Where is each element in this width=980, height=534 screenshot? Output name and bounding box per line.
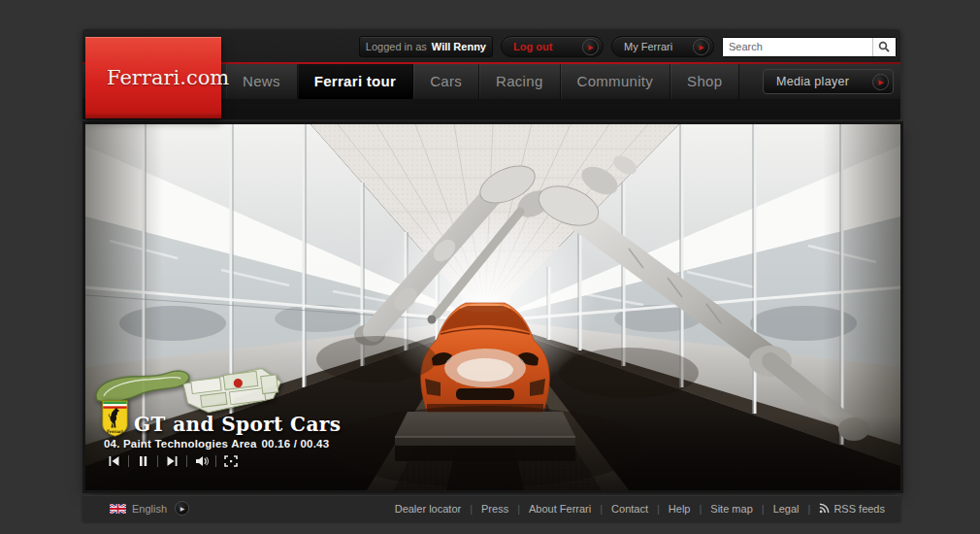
rss-icon	[819, 503, 830, 514]
search-icon	[878, 41, 891, 53]
search-button[interactable]	[872, 38, 896, 56]
fullscreen-icon	[224, 455, 238, 467]
control-separator	[186, 455, 187, 467]
my-ferrari-arrow-icon[interactable]: ▶	[693, 39, 709, 55]
nav-item-news[interactable]: News	[226, 64, 298, 99]
footer-link-help[interactable]: Help	[669, 503, 691, 515]
footer-link-separator: |	[762, 503, 765, 515]
nav-item-cars[interactable]: Cars	[413, 64, 479, 99]
video-title: GT and Sport Cars	[134, 413, 341, 436]
footer-link-rss-feeds[interactable]: RSS feeds	[819, 503, 885, 515]
footer-link-legal[interactable]: Legal	[773, 503, 800, 515]
media-player-arrow-icon[interactable]: ▶	[872, 74, 889, 90]
language-selector[interactable]: English ▶	[110, 501, 189, 516]
volume-icon	[195, 455, 209, 467]
nav-item-community[interactable]: Community	[561, 64, 671, 99]
skip-previous-icon	[108, 455, 120, 467]
search-box	[722, 37, 897, 57]
control-separator	[128, 455, 129, 467]
volume-button[interactable]	[194, 454, 209, 467]
fullscreen-button[interactable]	[223, 454, 238, 467]
footer-link-separator: |	[808, 503, 811, 515]
site-title: Ferrari.com	[107, 66, 229, 89]
footer-link-separator: |	[699, 503, 702, 515]
video-player[interactable]: GT and Sport Cars 04. Paint Technologies…	[85, 124, 900, 490]
footer: English ▶ Dealer locator|Press|About Fer…	[82, 495, 900, 521]
my-ferrari-button[interactable]: My Ferrari ▶	[611, 36, 714, 57]
footer-link-dealer-locator[interactable]: Dealer locator	[395, 503, 461, 515]
search-input[interactable]	[723, 38, 872, 56]
video-chapter: 04. Paint Technologies Area	[104, 438, 257, 450]
video-controls	[107, 454, 238, 467]
nav-item-racing[interactable]: Racing	[479, 64, 561, 99]
pause-button[interactable]	[136, 454, 150, 467]
user-name: Will Renny	[432, 41, 486, 52]
footer-link-separator: |	[600, 503, 603, 515]
skip-next-icon	[166, 455, 179, 467]
footer-link-about-ferrari[interactable]: About Ferrari	[529, 503, 591, 515]
control-separator	[157, 455, 158, 467]
video-time: 00.16 / 00.43	[262, 438, 330, 450]
nav-item-shop[interactable]: Shop	[670, 64, 739, 99]
footer-links: Dealer locator|Press|About Ferrari|Conta…	[395, 503, 885, 515]
page: Logged in as Will Renny Log out ▶ My Fer…	[0, 0, 980, 534]
language-label: English	[132, 503, 167, 515]
logged-in-label: Logged in as	[366, 41, 427, 52]
my-ferrari-label: My Ferrari	[624, 41, 672, 52]
user-bar: Logged in as Will Renny Log out ▶ My Fer…	[359, 36, 897, 57]
video-chapter-line: 04. Paint Technologies Area00.16 / 00.43	[104, 438, 329, 450]
header: Logged in as Will Renny Log out ▶ My Fer…	[82, 29, 900, 119]
footer-link-contact[interactable]: Contact	[611, 503, 648, 515]
logout-label: Log out	[513, 41, 552, 52]
uk-flag-icon	[110, 504, 126, 514]
media-player-button[interactable]: Media player ▶	[763, 69, 894, 94]
skip-previous-button[interactable]	[107, 454, 121, 467]
language-arrow-icon[interactable]: ▶	[175, 501, 189, 516]
video-shield-icon	[102, 400, 128, 437]
logout-button[interactable]: Log out ▶	[501, 36, 604, 57]
pause-icon	[138, 455, 148, 467]
footer-link-site-map[interactable]: Site map	[710, 503, 752, 515]
nav-item-ferrari-tour[interactable]: Ferrari tour	[298, 64, 413, 99]
ferrari-logo[interactable]: Ferrari Ferrari.com	[85, 37, 221, 118]
logout-arrow-icon[interactable]: ▶	[582, 39, 599, 55]
footer-link-separator: |	[657, 503, 660, 515]
footer-link-separator: |	[517, 503, 520, 515]
logged-in-status: Logged in as Will Renny	[359, 36, 493, 57]
footer-link-press[interactable]: Press	[481, 503, 508, 515]
skip-next-button[interactable]	[165, 454, 180, 467]
media-player-label: Media player	[776, 75, 849, 88]
footer-link-separator: |	[470, 503, 473, 515]
control-separator	[215, 455, 216, 467]
